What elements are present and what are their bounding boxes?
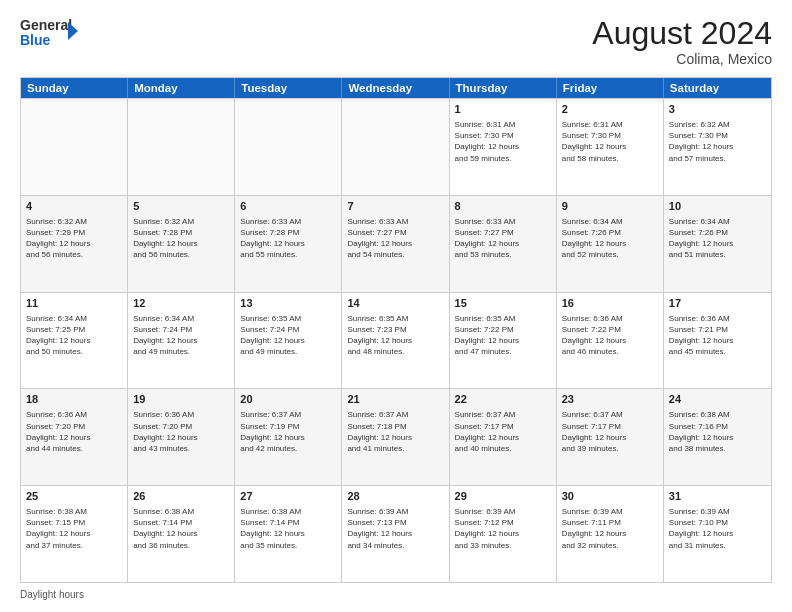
cell-info: Sunrise: 6:35 AM Sunset: 7:24 PM Dayligh… [240, 313, 336, 358]
cal-cell-row5-col6: 30Sunrise: 6:39 AM Sunset: 7:11 PM Dayli… [557, 486, 664, 582]
cal-cell-row5-col2: 26Sunrise: 6:38 AM Sunset: 7:14 PM Dayli… [128, 486, 235, 582]
cell-info: Sunrise: 6:34 AM Sunset: 7:26 PM Dayligh… [669, 216, 766, 261]
cell-info: Sunrise: 6:32 AM Sunset: 7:30 PM Dayligh… [669, 119, 766, 164]
cell-info: Sunrise: 6:31 AM Sunset: 7:30 PM Dayligh… [455, 119, 551, 164]
cal-cell-row2-col7: 10Sunrise: 6:34 AM Sunset: 7:26 PM Dayli… [664, 196, 771, 292]
cal-cell-row1-col2 [128, 99, 235, 195]
cell-info: Sunrise: 6:32 AM Sunset: 7:28 PM Dayligh… [133, 216, 229, 261]
cell-info: Sunrise: 6:39 AM Sunset: 7:10 PM Dayligh… [669, 506, 766, 551]
header-day-tuesday: Tuesday [235, 78, 342, 98]
cell-info: Sunrise: 6:35 AM Sunset: 7:22 PM Dayligh… [455, 313, 551, 358]
cal-cell-row2-col5: 8Sunrise: 6:33 AM Sunset: 7:27 PM Daylig… [450, 196, 557, 292]
cell-info: Sunrise: 6:34 AM Sunset: 7:26 PM Dayligh… [562, 216, 658, 261]
svg-text:General: General [20, 17, 72, 33]
location: Colima, Mexico [592, 51, 772, 67]
cell-info: Sunrise: 6:34 AM Sunset: 7:24 PM Dayligh… [133, 313, 229, 358]
day-number: 21 [347, 392, 443, 407]
cal-cell-row2-col4: 7Sunrise: 6:33 AM Sunset: 7:27 PM Daylig… [342, 196, 449, 292]
cal-cell-row5-col3: 27Sunrise: 6:38 AM Sunset: 7:14 PM Dayli… [235, 486, 342, 582]
cell-info: Sunrise: 6:32 AM Sunset: 7:29 PM Dayligh… [26, 216, 122, 261]
calendar-row-2: 4Sunrise: 6:32 AM Sunset: 7:29 PM Daylig… [21, 195, 771, 292]
generalblue-logo-icon: GeneralBlue [20, 16, 80, 48]
title-block: August 2024 Colima, Mexico [592, 16, 772, 67]
day-number: 16 [562, 296, 658, 311]
cal-cell-row3-col6: 16Sunrise: 6:36 AM Sunset: 7:22 PM Dayli… [557, 293, 664, 389]
day-number: 28 [347, 489, 443, 504]
cell-info: Sunrise: 6:37 AM Sunset: 7:17 PM Dayligh… [455, 409, 551, 454]
month-year: August 2024 [592, 16, 772, 51]
cell-info: Sunrise: 6:38 AM Sunset: 7:14 PM Dayligh… [133, 506, 229, 551]
cell-info: Sunrise: 6:39 AM Sunset: 7:13 PM Dayligh… [347, 506, 443, 551]
cal-cell-row1-col3 [235, 99, 342, 195]
day-number: 23 [562, 392, 658, 407]
cell-info: Sunrise: 6:37 AM Sunset: 7:18 PM Dayligh… [347, 409, 443, 454]
day-number: 29 [455, 489, 551, 504]
day-number: 4 [26, 199, 122, 214]
day-number: 30 [562, 489, 658, 504]
cal-cell-row3-col5: 15Sunrise: 6:35 AM Sunset: 7:22 PM Dayli… [450, 293, 557, 389]
calendar-header: SundayMondayTuesdayWednesdayThursdayFrid… [21, 78, 771, 98]
calendar: SundayMondayTuesdayWednesdayThursdayFrid… [20, 77, 772, 583]
day-number: 11 [26, 296, 122, 311]
cell-info: Sunrise: 6:33 AM Sunset: 7:28 PM Dayligh… [240, 216, 336, 261]
day-number: 5 [133, 199, 229, 214]
day-number: 22 [455, 392, 551, 407]
day-number: 24 [669, 392, 766, 407]
cell-info: Sunrise: 6:33 AM Sunset: 7:27 PM Dayligh… [455, 216, 551, 261]
day-number: 20 [240, 392, 336, 407]
calendar-row-4: 18Sunrise: 6:36 AM Sunset: 7:20 PM Dayli… [21, 388, 771, 485]
cal-cell-row4-col4: 21Sunrise: 6:37 AM Sunset: 7:18 PM Dayli… [342, 389, 449, 485]
day-number: 1 [455, 102, 551, 117]
cell-info: Sunrise: 6:36 AM Sunset: 7:20 PM Dayligh… [26, 409, 122, 454]
calendar-row-5: 25Sunrise: 6:38 AM Sunset: 7:15 PM Dayli… [21, 485, 771, 582]
cal-cell-row1-col4 [342, 99, 449, 195]
svg-text:Blue: Blue [20, 32, 51, 48]
cell-info: Sunrise: 6:38 AM Sunset: 7:15 PM Dayligh… [26, 506, 122, 551]
cal-cell-row4-col7: 24Sunrise: 6:38 AM Sunset: 7:16 PM Dayli… [664, 389, 771, 485]
cal-cell-row3-col7: 17Sunrise: 6:36 AM Sunset: 7:21 PM Dayli… [664, 293, 771, 389]
header-day-sunday: Sunday [21, 78, 128, 98]
day-number: 18 [26, 392, 122, 407]
cal-cell-row3-col1: 11Sunrise: 6:34 AM Sunset: 7:25 PM Dayli… [21, 293, 128, 389]
day-number: 31 [669, 489, 766, 504]
calendar-body: 1Sunrise: 6:31 AM Sunset: 7:30 PM Daylig… [21, 98, 771, 582]
header: GeneralBlue August 2024 Colima, Mexico [20, 16, 772, 67]
cal-cell-row1-col5: 1Sunrise: 6:31 AM Sunset: 7:30 PM Daylig… [450, 99, 557, 195]
cell-info: Sunrise: 6:38 AM Sunset: 7:16 PM Dayligh… [669, 409, 766, 454]
header-day-friday: Friday [557, 78, 664, 98]
cal-cell-row2-col3: 6Sunrise: 6:33 AM Sunset: 7:28 PM Daylig… [235, 196, 342, 292]
cal-cell-row3-col2: 12Sunrise: 6:34 AM Sunset: 7:24 PM Dayli… [128, 293, 235, 389]
cal-cell-row5-col1: 25Sunrise: 6:38 AM Sunset: 7:15 PM Dayli… [21, 486, 128, 582]
header-day-saturday: Saturday [664, 78, 771, 98]
day-number: 26 [133, 489, 229, 504]
header-day-wednesday: Wednesday [342, 78, 449, 98]
logo: GeneralBlue [20, 16, 80, 48]
day-number: 17 [669, 296, 766, 311]
cell-info: Sunrise: 6:31 AM Sunset: 7:30 PM Dayligh… [562, 119, 658, 164]
header-day-monday: Monday [128, 78, 235, 98]
cal-cell-row3-col4: 14Sunrise: 6:35 AM Sunset: 7:23 PM Dayli… [342, 293, 449, 389]
daylight-label: Daylight hours [20, 589, 84, 600]
cell-info: Sunrise: 6:38 AM Sunset: 7:14 PM Dayligh… [240, 506, 336, 551]
cal-cell-row5-col4: 28Sunrise: 6:39 AM Sunset: 7:13 PM Dayli… [342, 486, 449, 582]
cal-cell-row5-col5: 29Sunrise: 6:39 AM Sunset: 7:12 PM Dayli… [450, 486, 557, 582]
day-number: 25 [26, 489, 122, 504]
day-number: 13 [240, 296, 336, 311]
cal-cell-row2-col6: 9Sunrise: 6:34 AM Sunset: 7:26 PM Daylig… [557, 196, 664, 292]
svg-marker-2 [68, 22, 78, 40]
day-number: 8 [455, 199, 551, 214]
cell-info: Sunrise: 6:35 AM Sunset: 7:23 PM Dayligh… [347, 313, 443, 358]
header-day-thursday: Thursday [450, 78, 557, 98]
calendar-row-3: 11Sunrise: 6:34 AM Sunset: 7:25 PM Dayli… [21, 292, 771, 389]
cell-info: Sunrise: 6:37 AM Sunset: 7:19 PM Dayligh… [240, 409, 336, 454]
day-number: 27 [240, 489, 336, 504]
day-number: 2 [562, 102, 658, 117]
cal-cell-row1-col7: 3Sunrise: 6:32 AM Sunset: 7:30 PM Daylig… [664, 99, 771, 195]
cell-info: Sunrise: 6:33 AM Sunset: 7:27 PM Dayligh… [347, 216, 443, 261]
page: GeneralBlue August 2024 Colima, Mexico S… [0, 0, 792, 612]
cell-info: Sunrise: 6:34 AM Sunset: 7:25 PM Dayligh… [26, 313, 122, 358]
day-number: 12 [133, 296, 229, 311]
cal-cell-row5-col7: 31Sunrise: 6:39 AM Sunset: 7:10 PM Dayli… [664, 486, 771, 582]
cal-cell-row4-col5: 22Sunrise: 6:37 AM Sunset: 7:17 PM Dayli… [450, 389, 557, 485]
cell-info: Sunrise: 6:36 AM Sunset: 7:21 PM Dayligh… [669, 313, 766, 358]
